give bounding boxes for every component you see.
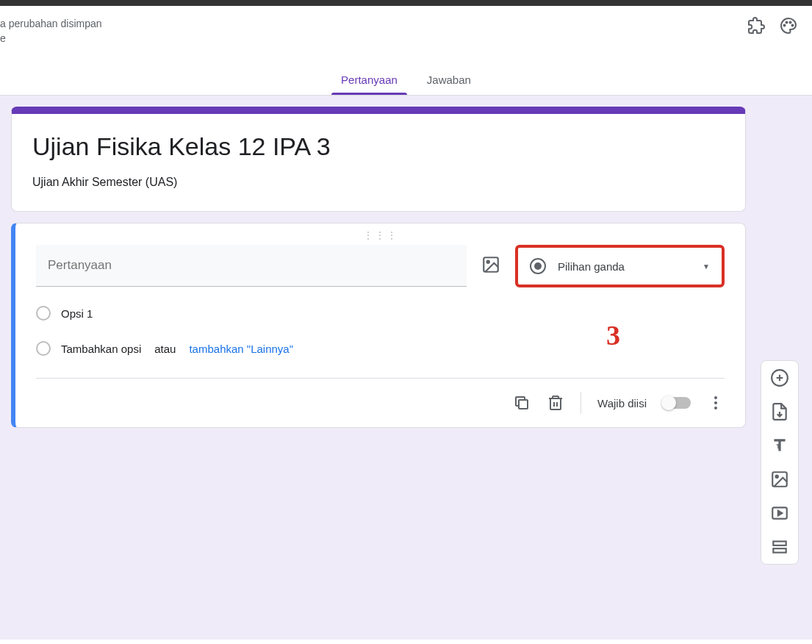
form-title[interactable]: Ujian Fisika Kelas 12 IPA 3 [32,132,725,161]
question-card: ⋮⋮⋮ Pilihan ganda ▼ 3 Opsi 1 [11,223,746,428]
header-actions [747,17,797,35]
add-image-icon[interactable] [770,470,789,489]
save-line1: a perubahan disimpan [0,18,102,29]
svg-rect-6 [519,400,528,409]
add-other-button[interactable]: tambahkan "Lainnya" [189,343,293,355]
svg-point-3 [792,25,794,26]
drag-handle-icon[interactable]: ⋮⋮⋮ [36,223,725,245]
add-option-row: Tambahkan opsi atau tambahkan "Lainnya" [36,341,725,356]
svg-point-0 [784,25,786,26]
annotation-number: 3 [606,319,620,351]
chevron-down-icon: ▼ [703,262,710,271]
save-status-text: a perubahan disimpan e [0,17,102,46]
add-title-icon[interactable] [770,436,789,455]
required-label: Wajib diisi [597,397,647,409]
addons-icon[interactable] [747,17,765,35]
option-text[interactable]: Opsi 1 [61,307,93,320]
save-line2: e [0,32,6,44]
window-top-bar [0,0,812,6]
option-row[interactable]: Opsi 1 [36,306,725,321]
radio-circle-icon [36,341,51,356]
add-image-icon[interactable] [481,255,500,274]
duplicate-icon[interactable] [513,394,531,412]
required-toggle[interactable] [663,397,691,409]
tab-questions[interactable]: Pertanyaan [337,68,401,95]
tabs: Pertanyaan Jawaban [0,68,812,96]
side-toolbar [761,360,799,565]
tab-responses[interactable]: Jawaban [423,68,475,95]
question-footer: Wajib diisi [36,378,725,427]
import-questions-icon[interactable] [770,402,789,421]
svg-rect-11 [773,542,786,545]
form-wrapper: Ujian Fisika Kelas 12 IPA 3 Ujian Akhir … [11,107,746,428]
question-input[interactable] [36,245,467,287]
or-text: atau [154,343,176,355]
form-canvas: Ujian Fisika Kelas 12 IPA 3 Ujian Akhir … [0,96,812,640]
form-description[interactable]: Ujian Akhir Semester (UAS) [32,176,725,189]
svg-point-5 [487,261,489,263]
radio-circle-icon [36,306,51,321]
add-option-button[interactable]: Tambahkan opsi [61,343,141,355]
more-icon[interactable] [707,394,725,412]
svg-point-1 [786,22,788,24]
question-row: Pilihan ganda ▼ [36,245,725,287]
options-list: Opsi 1 Tambahkan opsi atau tambahkan "La… [36,306,725,356]
radio-icon [530,258,546,274]
question-type-select[interactable]: Pilihan ganda ▼ [515,245,725,287]
svg-point-9 [776,476,778,478]
delete-icon[interactable] [547,394,564,412]
divider [581,392,581,414]
add-question-icon[interactable] [770,368,789,387]
svg-rect-12 [773,548,786,552]
header: a perubahan disimpan e [0,6,812,46]
form-header-card[interactable]: Ujian Fisika Kelas 12 IPA 3 Ujian Akhir … [11,107,746,212]
svg-point-2 [790,22,791,24]
add-section-icon[interactable] [770,537,789,557]
add-video-icon[interactable] [770,504,789,523]
palette-icon[interactable] [780,17,797,35]
type-label: Pilihan ganda [558,260,691,273]
